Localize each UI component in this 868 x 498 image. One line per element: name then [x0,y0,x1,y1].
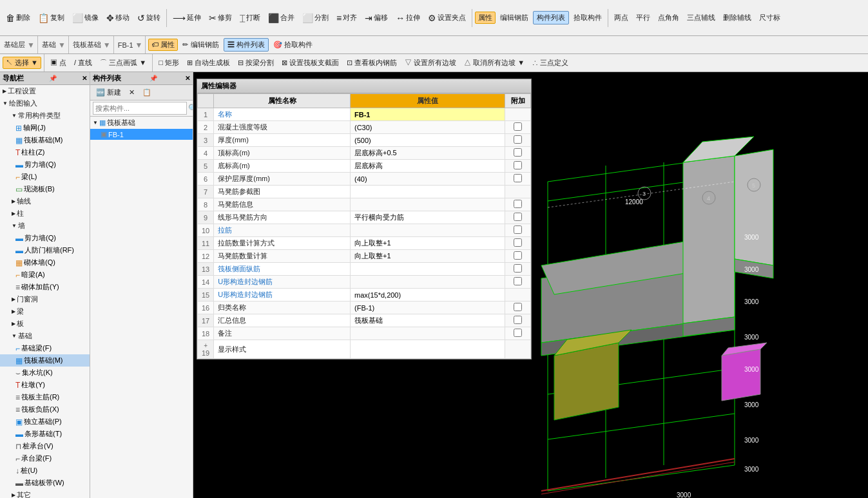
sidebar-item-column-section[interactable]: ▶ 柱 [0,207,90,220]
del-aux-btn[interactable]: 删除辅线 [720,12,755,24]
sidebar-item-project-settings[interactable]: ▶ 工程设置 [0,85,90,97]
component-list-btn2[interactable]: ☰ 构件列表 [224,38,269,52]
point-btn[interactable]: ▣ 点 [47,57,70,69]
property-btn2[interactable]: 🏷 属性 [148,39,178,51]
three-point-aux-btn[interactable]: 三点辅线 [684,12,719,24]
search-icon[interactable]: 🔍 [188,104,193,113]
sidebar-item-isolated-found[interactable]: ▣ 独立基础(P) [0,416,90,428]
sidebar-item-slab-section[interactable]: ▶ 板 [0,318,90,330]
prop-checkbox[interactable] [514,329,522,337]
prop-row-check[interactable] [505,198,531,211]
sidebar-item-column[interactable]: T 柱柱(Z) [0,146,90,158]
arc-btn[interactable]: ⌒ 三点画弧 ▼ [97,57,149,69]
sidebar-item-common[interactable]: ▼ 常用构件类型 [0,110,90,122]
prop-checkbox[interactable] [514,200,522,208]
prop-row-value[interactable]: 向上取整+1 [351,250,505,263]
sidebar-item-door-window[interactable]: ▶ 门窗洞 [0,293,90,305]
stretch-btn[interactable]: ↔拉伸 [392,12,423,24]
sidebar-item-cap-beam[interactable]: ⌐ 承台梁(F) [0,452,90,464]
move-btn[interactable]: ✥移动 [103,12,133,24]
sidebar-item-strip-found[interactable]: ▬ 条形基础(T) [0,428,90,440]
prop-checkbox[interactable] [514,225,522,234]
sidebar-item-masonry[interactable]: ▦ 砌体墙(Q) [0,256,90,269]
two-point-btn[interactable]: 两点 [611,12,632,24]
comp-panel-pin[interactable]: 📌 [149,75,157,82]
prop-row-check[interactable] [505,250,531,263]
component-list-tab[interactable]: 构件列表 [533,11,569,24]
prop-row-value[interactable]: max(15*d,200) [351,289,505,302]
prop-checkbox[interactable] [514,316,522,324]
offset-btn[interactable]: ⇥偏移 [362,12,391,24]
prop-row-value[interactable]: (C30) [351,121,505,134]
auto-slab-btn[interactable]: ⊞ 自动生成板 [184,57,233,69]
prop-checkbox[interactable] [514,303,522,311]
prop-name-link[interactable]: U形构造封边钢筋 [218,291,273,298]
line-btn[interactable]: / 直线 [71,57,95,69]
sidebar-item-pile[interactable]: ↓ 桩(U) [0,464,90,477]
sidebar-item-raft-main-rebar[interactable]: ≡ 筏板主筋(R) [0,391,90,403]
prop-row-value[interactable] [351,186,505,198]
prop-checkbox[interactable] [514,238,522,247]
edit-rebar-tab[interactable]: 编辑钢筋 [497,12,532,24]
prop-checkbox[interactable] [514,251,522,260]
sidebar-item-hidden-beam[interactable]: ⌐ 暗梁(A) [0,269,90,281]
copy-btn[interactable]: 📋复制 [35,12,68,24]
prop-checkbox[interactable] [514,174,522,182]
view-rebar-btn[interactable]: ⊡ 查看板内钢筋 [343,57,400,69]
prop-row-check[interactable] [505,134,531,147]
grip-btn[interactable]: ⚙设置夹点 [425,12,469,24]
sidebar-item-shear-q[interactable]: ▬ 剪力墙(Q) [0,232,90,244]
sidebar-item-pile-cap[interactable]: ⊓ 桩承台(V) [0,440,90,452]
prop-row-check[interactable] [505,237,531,250]
prop-row-check[interactable] [505,211,531,224]
extend-btn[interactable]: ⟶延伸 [169,12,204,24]
sidebar-item-found-strip[interactable]: ▬ 基础板带(W) [0,477,90,489]
sidebar-item-raft[interactable]: ▦ 筏板基础(M) [0,134,90,146]
prop-row-value[interactable] [351,276,505,289]
prop-row-value[interactable]: 向上取整+1 [351,237,505,250]
pick-component-tab[interactable]: 拾取构件 [570,12,605,24]
sidebar-item-found-beam[interactable]: ⌐ 基础梁(F) [0,342,90,354]
search-input[interactable] [93,102,187,115]
comp-panel-close[interactable]: ✕ [185,75,190,82]
prop-name-link[interactable]: 名称 [218,110,232,118]
prop-row-value[interactable]: (500) [351,134,505,147]
prop-row-check[interactable] [505,147,531,160]
merge-btn[interactable]: ⬛合并 [265,12,298,24]
prop-row-check[interactable] [505,302,531,314]
rotate-btn[interactable]: ↺旋转 [134,12,164,24]
del-component-btn[interactable]: ✕ [126,87,138,98]
property-tab[interactable]: 属性 [475,12,496,24]
prop-row-check[interactable] [505,173,531,186]
prop-row-value[interactable]: 平行横向受力筋 [351,211,505,224]
nav-panel-pin[interactable]: 📌 [49,75,57,82]
prop-row-check[interactable] [505,186,531,198]
prop-row-value[interactable]: 层底标高 [351,160,505,173]
prop-row-value[interactable] [351,263,505,276]
prop-row-value[interactable] [351,198,505,211]
sidebar-item-wall-section[interactable]: ▼ 墙 [0,220,90,232]
sidebar-item-beam[interactable]: ⌐ 梁(L) [0,171,90,183]
parallel-btn[interactable]: 平行 [633,12,653,24]
delete-btn[interactable]: 🗑删除 [3,12,34,24]
prop-checkbox[interactable] [514,161,522,169]
sidebar-item-axis-section[interactable]: ▶ 轴线 [0,195,90,207]
dim-btn[interactable]: 尺寸标 [756,12,784,24]
prop-name-link[interactable]: U形构造封边钢筋 [218,278,273,285]
prop-row-check[interactable] [505,121,531,134]
prop-row-value[interactable]: FB-1 [351,108,505,121]
prop-row-check[interactable] [505,224,531,237]
sidebar-item-axis[interactable]: ⊞ 轴网(J) [0,122,90,134]
expand-icon[interactable]: + [204,342,207,349]
prop-row-value[interactable]: 筏板基础 [351,314,505,327]
sidebar-item-cast-slab[interactable]: ▭ 现浇板(B) [0,183,90,195]
prop-row-check[interactable] [505,160,531,173]
prop-row-value[interactable]: (FB-1) [351,302,505,314]
set-slope-btn[interactable]: ▽ 设置所有边坡 [401,57,459,69]
prop-row-check[interactable] [505,340,531,359]
prop-row-check[interactable] [505,314,531,327]
trim-btn[interactable]: ✂修剪 [206,12,235,24]
sidebar-item-sump[interactable]: ⌣ 集水坑(K) [0,367,90,379]
three-define-btn[interactable]: ∴ 三点定义 [529,57,572,69]
sidebar-item-raft-found[interactable]: ▦ 筏板基础(M) [0,354,90,367]
